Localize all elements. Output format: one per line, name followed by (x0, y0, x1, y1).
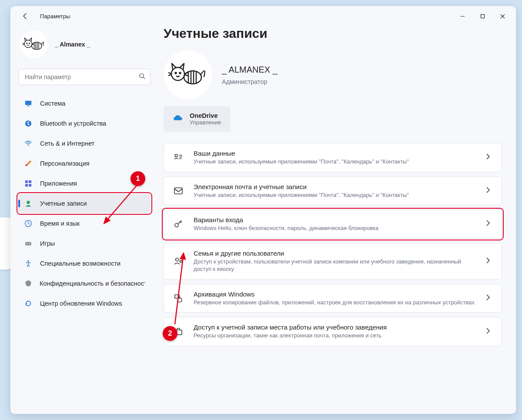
svg-rect-30 (175, 295, 179, 298)
sidebar-item-label: Приложения (40, 180, 77, 187)
card-email[interactable]: Электронная почта и учетные записи Учетн… (164, 177, 502, 206)
settings-window: Параметры (10, 6, 516, 414)
close-button[interactable] (492, 8, 512, 24)
sidebar-item-label: Учетные записи (40, 200, 87, 207)
chevron-right-icon (486, 257, 494, 265)
account-profile-header: _ ALMANEX _ Администратор (164, 50, 502, 99)
card-sub: Резервное копирование файлов, приложений… (194, 299, 477, 307)
onedrive-card[interactable]: OneDrive Управление (164, 106, 231, 132)
sidebar-item-label: Конфиденциальность и безопасность (40, 280, 145, 287)
chevron-right-icon (486, 153, 494, 161)
sidebar-item-label: Игры (40, 240, 55, 247)
shield-icon (23, 279, 33, 288)
avatar (20, 30, 48, 58)
arrow-left-icon (22, 13, 29, 20)
wifi-icon (23, 139, 33, 148)
sidebar-item-network[interactable]: Сеть & и Интернет (18, 134, 151, 153)
svg-point-9 (27, 144, 29, 146)
monitor-icon (23, 99, 33, 108)
svg-rect-26 (174, 188, 182, 194)
svg-point-18 (27, 243, 27, 244)
sidebar-item-label: Сеть & и Интернет (40, 140, 94, 147)
sidebar-item-personalization[interactable]: Персонализация (18, 154, 151, 173)
card-title: Семья и другие пользователи (194, 250, 477, 257)
svg-rect-14 (29, 184, 31, 187)
svg-point-24 (184, 71, 201, 84)
search-input[interactable] (18, 69, 151, 85)
svg-point-1 (24, 40, 32, 47)
svg-point-22 (175, 73, 177, 74)
card-title: Архивация Windows (194, 290, 477, 298)
svg-point-27 (175, 223, 178, 227)
sidebar-item-system[interactable]: Система (18, 94, 151, 113)
svg-point-3 (29, 43, 30, 44)
svg-rect-0 (481, 14, 484, 18)
sidebar-item-accounts[interactable]: Учетные записи (18, 194, 151, 213)
minimize-button[interactable] (452, 8, 472, 24)
chevron-right-icon (486, 220, 494, 228)
sidebar-item-label: Время и язык (40, 220, 80, 227)
sidebar-profile[interactable]: _ Almanex _ (18, 26, 151, 69)
globe-clock-icon (23, 219, 33, 228)
card-your-info[interactable]: Ваши данные Учетные записи, используемые… (164, 143, 502, 172)
sidebar-item-time[interactable]: Время и язык (18, 214, 151, 233)
svg-point-29 (180, 260, 182, 262)
cat-avatar-icon (168, 61, 207, 89)
chevron-right-icon (486, 328, 494, 336)
account-role: Администратор (222, 78, 278, 85)
person-icon (23, 199, 33, 208)
card-signin-options[interactable]: Варианты входа Windows Hello, ключ безоп… (164, 210, 502, 239)
sidebar-item-update[interactable]: Центр обновления Windows (18, 294, 151, 313)
card-family[interactable]: Семья и другие пользователи Доступ к уст… (164, 243, 502, 280)
close-icon (500, 14, 505, 19)
sidebar: _ Almanex _ Система Bluetooth и устройст… (10, 26, 158, 414)
sidebar-item-label: Система (40, 100, 65, 107)
window-title: Параметры (40, 13, 70, 20)
svg-point-21 (171, 67, 184, 80)
svg-point-4 (32, 42, 42, 50)
svg-point-10 (26, 165, 27, 167)
sidebar-item-label: Персонализация (40, 160, 90, 167)
cat-avatar-icon (23, 36, 45, 53)
people-icon (172, 255, 185, 268)
svg-rect-12 (29, 180, 31, 183)
page-title: Учетные записи (164, 26, 502, 41)
sidebar-nav: Система Bluetooth и устройства Сеть & и … (18, 94, 151, 313)
card-work-access[interactable]: Доступ к учетной записи места работы или… (164, 317, 502, 346)
svg-point-5 (140, 73, 144, 77)
card-title: Ваши данные (194, 150, 477, 157)
card-title: Варианты входа (194, 216, 477, 223)
update-icon (23, 299, 33, 308)
back-button[interactable] (18, 9, 32, 23)
card-sub: Windows Hello, ключ безопасности, пароль… (194, 224, 477, 232)
sidebar-item-label: Специальные возможности (40, 260, 120, 267)
search-icon (139, 73, 145, 81)
maximize-button[interactable] (472, 8, 492, 24)
svg-point-19 (29, 243, 30, 244)
chevron-right-icon (486, 187, 494, 195)
onedrive-icon (173, 115, 183, 123)
svg-rect-6 (25, 101, 31, 105)
sidebar-item-label: Bluetooth и устройства (40, 120, 106, 127)
gamepad-icon (23, 239, 33, 248)
sidebar-profile-name: _ Almanex _ (55, 41, 90, 48)
onedrive-title: OneDrive (190, 112, 221, 119)
svg-rect-7 (27, 106, 29, 107)
sidebar-item-bluetooth[interactable]: Bluetooth и устройства (18, 114, 151, 133)
annotation-bubble-1: 1 (130, 171, 145, 186)
card-backup[interactable]: Архивация Windows Резервное копирование … (164, 284, 502, 313)
titlebar: Параметры (10, 6, 516, 26)
maximize-icon (480, 14, 485, 19)
brush-icon (23, 159, 33, 168)
sidebar-item-privacy[interactable]: Конфиденциальность и безопасность (18, 274, 151, 293)
svg-point-2 (27, 43, 27, 44)
card-sub: Доступ к устройствам, пользователи учетн… (194, 258, 477, 273)
card-title: Доступ к учетной записи места работы или… (194, 323, 477, 331)
chevron-right-icon (486, 294, 494, 302)
sidebar-item-accessibility[interactable]: Специальные возможности (18, 254, 151, 273)
account-name: _ ALMANEX _ (222, 65, 278, 75)
sidebar-item-gaming[interactable]: Игры (18, 234, 151, 253)
onedrive-sub: Управление (190, 119, 221, 126)
card-sub: Учетные записи, используемые приложениям… (194, 158, 477, 166)
search-box[interactable] (18, 69, 151, 85)
